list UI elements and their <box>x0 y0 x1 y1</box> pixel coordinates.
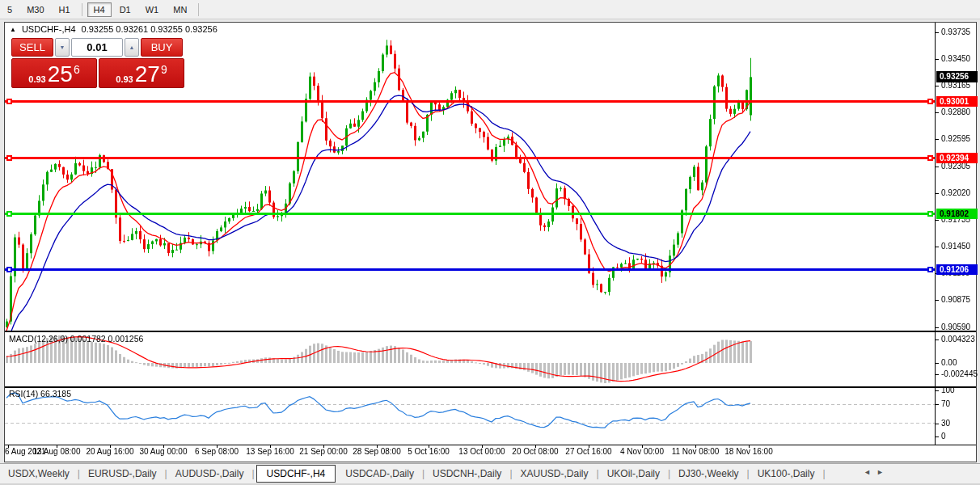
sell-price-prefix: 0.93 <box>28 74 45 85</box>
sell-button[interactable]: SELL <box>11 38 53 57</box>
symbol-tab-USDX-Weekly[interactable]: USDX,Weekly <box>0 466 78 482</box>
sell-price-big: 25 <box>48 64 73 85</box>
toolbar-separator <box>82 3 82 16</box>
chart-title: ▲ USDCHF-,H4 0.93255 0.93261 0.93255 0.9… <box>10 24 218 34</box>
symbol-tab-XAUUSD-Daily[interactable]: XAUUSD-,Daily <box>513 466 597 482</box>
volume-decrease-button[interactable]: ▼ <box>55 38 70 57</box>
rsi-indicator-label: RSI(14) 66.3185 <box>9 389 71 399</box>
price-axis-label: 0.90875 <box>941 295 970 304</box>
chart-ohlc-values: 0.93255 0.93261 0.93255 0.93256 <box>82 24 218 34</box>
timeframe-M30[interactable]: M30 <box>20 2 50 17</box>
tab-separator: | <box>822 468 825 479</box>
toolbar-separator <box>198 3 199 16</box>
rsi-axis-label: 100 <box>941 386 955 394</box>
symbol-tab-UK100-Daily[interactable]: UK100-,Daily <box>750 466 823 482</box>
down-arrow-icon: ▼ <box>60 44 65 50</box>
timeframe-MN[interactable]: MN <box>167 2 193 17</box>
price-chart-canvas[interactable] <box>5 23 976 462</box>
timeframe-H1[interactable]: H1 <box>53 2 77 17</box>
rsi-axis-label: 30 <box>941 419 950 428</box>
chart-symbol-period: USDCHF-,H4 <box>22 24 76 34</box>
price-level-tag: 0.92394 <box>936 153 978 163</box>
one-click-trading-panel: SELL ▼ ▲ BUY 0.93256 0.93279 <box>11 38 184 88</box>
timeframe-D1[interactable]: D1 <box>113 2 137 17</box>
rsi-axis-label: 70 <box>941 399 950 408</box>
time-axis-label: 18 Nov 16:00 <box>712 447 785 456</box>
timeframe-toolbar: 5M30H1H4D1W1MN <box>0 0 980 19</box>
tabs-scroll-left-icon[interactable]: ◄ <box>864 468 871 476</box>
price-axis-label: 0.93735 <box>941 27 970 36</box>
symbol-tab-EURUSD-Daily[interactable]: EURUSD-,Daily <box>80 466 165 482</box>
current-price-tag: 0.93256 <box>936 71 978 82</box>
buy-price-display[interactable]: 0.93279 <box>99 58 184 88</box>
symbol-tab-USDCHF-H4[interactable]: USDCHF-,H4 <box>256 465 336 483</box>
sell-price-display[interactable]: 0.93256 <box>11 58 97 88</box>
buy-button[interactable]: BUY <box>141 38 183 57</box>
tabs-scroll-right-icon[interactable]: ► <box>877 468 884 476</box>
symbol-tab-USDCAD-Daily[interactable]: USDCAD-,Daily <box>337 466 422 482</box>
price-axis-label: 0.93450 <box>941 54 970 63</box>
panel-collapse-icon[interactable]: ▲ <box>10 26 16 33</box>
chart-window: ▲ USDCHF-,H4 0.93255 0.93261 0.93255 0.9… <box>4 22 977 462</box>
timeframe-H4[interactable]: H4 <box>87 2 112 17</box>
buy-price-sup: 9 <box>161 63 167 76</box>
macd-axis-label: -0.002445 <box>941 369 978 378</box>
tab-separator: | <box>251 468 254 479</box>
symbol-tab-USDCNH-Daily[interactable]: USDCNH-,Daily <box>425 466 509 482</box>
symbol-tab-AUDUSD-Daily[interactable]: AUDUSD-,Daily <box>167 466 252 482</box>
price-level-tag: 0.93001 <box>936 96 978 107</box>
macd-axis-label: 0.00 <box>941 358 957 367</box>
price-level-tag: 0.91206 <box>936 264 978 275</box>
price-axis-label: 0.90590 <box>941 323 970 331</box>
symbol-tab-DJ30-Weekly[interactable]: DJ30-,Weekly <box>670 466 746 482</box>
up-arrow-icon: ▲ <box>129 44 135 50</box>
buy-price-big: 27 <box>135 64 160 85</box>
macd-indicator-label: MACD(12,26,9) 0.001782 0.001256 <box>9 334 143 344</box>
rsi-axis-label: 0 <box>941 432 946 441</box>
macd-axis-label: 0.004323 <box>941 335 975 344</box>
price-level-tag: 0.91802 <box>936 209 978 219</box>
price-axis-label: 0.92020 <box>941 188 970 197</box>
buy-price-prefix: 0.93 <box>116 74 133 85</box>
price-axis-label: 0.92595 <box>941 134 970 143</box>
symbol-tab-UKOil-Daily[interactable]: UKOil-,Daily <box>599 466 668 482</box>
sell-price-sup: 6 <box>74 63 80 76</box>
timeframe-5[interactable]: 5 <box>1 2 19 17</box>
symbol-tab-bar: ◄ ► USDX,Weekly|EURUSD-,Daily|AUDUSD-,Da… <box>0 463 980 483</box>
volume-input[interactable] <box>71 38 123 57</box>
price-axis-label: 0.91450 <box>941 242 970 251</box>
price-axis-label: 0.92880 <box>941 108 970 116</box>
volume-increase-button[interactable]: ▲ <box>125 38 139 57</box>
timeframe-W1[interactable]: W1 <box>139 2 166 17</box>
